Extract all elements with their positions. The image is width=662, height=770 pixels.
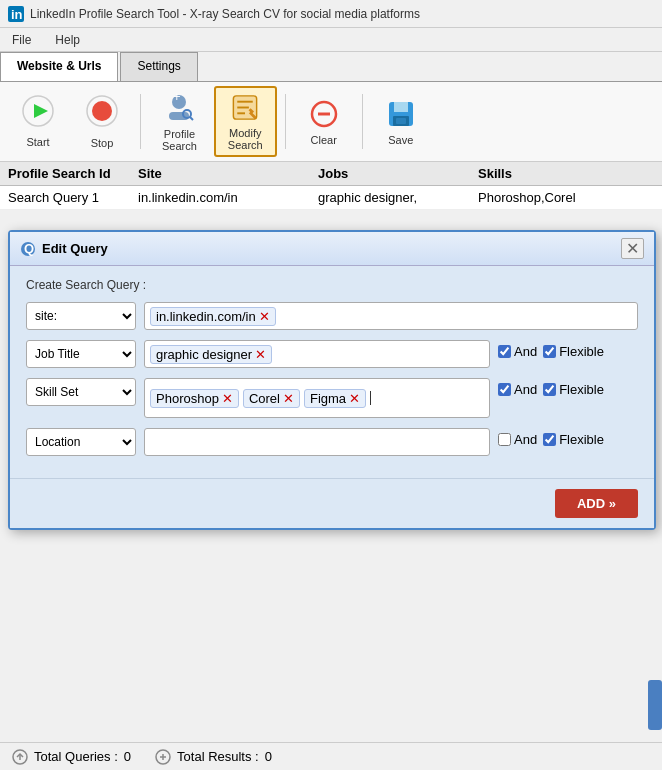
skillset-tag-phoroshop: Phoroshop ✕ bbox=[150, 389, 239, 408]
jobtitle-and-checkbox[interactable] bbox=[498, 345, 511, 358]
skillset-tag-figma-value: Figma bbox=[310, 391, 346, 406]
skillset-and-checkbox-label[interactable]: And bbox=[498, 382, 537, 397]
dialog-body: Create Search Query : site: in.linkedin.… bbox=[10, 266, 654, 478]
clear-label: Clear bbox=[311, 134, 337, 146]
skillset-tag-input[interactable]: Phoroshop ✕ Corel ✕ Figma ✕ bbox=[144, 378, 490, 418]
skillset-and-label: And bbox=[514, 382, 537, 397]
profile-search-button[interactable]: + ProfileSearch bbox=[149, 86, 210, 157]
modify-search-button[interactable]: ModifySearch bbox=[214, 86, 277, 157]
site-tag-value: in.linkedin.com/in bbox=[156, 309, 256, 324]
tab-website-urls[interactable]: Website & Urls bbox=[0, 52, 118, 81]
stop-icon bbox=[86, 95, 118, 133]
jobtitle-tag-input[interactable]: graphic designer ✕ bbox=[144, 340, 490, 368]
dialog-footer: ADD » bbox=[10, 478, 654, 528]
jobtitle-and-label: And bbox=[514, 344, 537, 359]
jobtitle-flexible-label: Flexible bbox=[559, 344, 604, 359]
col-skills: Skills bbox=[478, 166, 654, 181]
stop-label: Stop bbox=[91, 137, 114, 149]
location-options: And Flexible bbox=[498, 428, 638, 447]
toolbar-sep-1 bbox=[140, 94, 141, 149]
table-row[interactable]: Search Query 1 in.linkedin.com/in graphi… bbox=[0, 186, 662, 210]
jobtitle-type-select[interactable]: Job Title bbox=[26, 340, 136, 368]
stop-button[interactable]: Stop bbox=[72, 86, 132, 157]
modify-search-icon bbox=[229, 92, 261, 123]
location-and-label: And bbox=[514, 432, 537, 447]
profile-search-label: ProfileSearch bbox=[162, 128, 197, 152]
menu-file[interactable]: File bbox=[8, 31, 35, 49]
menu-bar: File Help bbox=[0, 28, 662, 52]
toolbar-sep-2 bbox=[285, 94, 286, 149]
toolbar-sep-3 bbox=[362, 94, 363, 149]
col-site: Site bbox=[138, 166, 318, 181]
query-row-jobtitle: Job Title graphic designer ✕ And Flexibl… bbox=[26, 340, 638, 368]
skillset-flexible-checkbox-label[interactable]: Flexible bbox=[543, 382, 604, 397]
save-label: Save bbox=[388, 134, 413, 146]
svg-marker-3 bbox=[34, 104, 48, 118]
skillset-type-select[interactable]: Skill Set bbox=[26, 378, 136, 406]
edit-query-dialog: Q Edit Query ✕ Create Search Query : sit… bbox=[8, 230, 656, 530]
svg-line-9 bbox=[190, 117, 193, 120]
total-queries-value: 0 bbox=[124, 749, 131, 764]
jobtitle-options: And Flexible bbox=[498, 340, 638, 359]
dialog-title-bar: Q Edit Query ✕ bbox=[10, 232, 654, 266]
clear-button[interactable]: Clear bbox=[294, 86, 354, 157]
app-icon: in bbox=[8, 6, 24, 22]
profile-search-icon: + bbox=[163, 92, 195, 124]
dialog-section-label: Create Search Query : bbox=[26, 278, 638, 292]
skillset-and-checkbox[interactable] bbox=[498, 383, 511, 396]
location-tag-input[interactable] bbox=[144, 428, 490, 456]
dialog-icon: Q bbox=[20, 241, 36, 257]
menu-help[interactable]: Help bbox=[51, 31, 84, 49]
start-button[interactable]: Start bbox=[8, 86, 68, 157]
location-flexible-label: Flexible bbox=[559, 432, 604, 447]
jobtitle-tag-graphic: graphic designer ✕ bbox=[150, 345, 272, 364]
total-results-value: 0 bbox=[265, 749, 272, 764]
site-tag-input[interactable]: in.linkedin.com/in ✕ bbox=[144, 302, 638, 330]
col-profile-id: Profile Search Id bbox=[8, 166, 138, 181]
total-queries-label: Total Queries : bbox=[34, 749, 118, 764]
results-icon bbox=[155, 749, 171, 765]
save-button[interactable]: Save bbox=[371, 86, 431, 157]
row-id: Search Query 1 bbox=[8, 190, 138, 205]
title-bar: in LinkedIn Profile Search Tool - X-ray … bbox=[0, 0, 662, 28]
location-and-checkbox[interactable] bbox=[498, 433, 511, 446]
svg-point-5 bbox=[92, 101, 112, 121]
table-header: Profile Search Id Site Jobs Skills bbox=[0, 162, 662, 186]
jobtitle-tag-value: graphic designer bbox=[156, 347, 252, 362]
site-type-select[interactable]: site: bbox=[26, 302, 136, 330]
tab-settings[interactable]: Settings bbox=[120, 52, 197, 81]
location-and-checkbox-label[interactable]: And bbox=[498, 432, 537, 447]
skillset-tag-figma: Figma ✕ bbox=[304, 389, 366, 408]
jobtitle-flexible-checkbox[interactable] bbox=[543, 345, 556, 358]
start-label: Start bbox=[26, 136, 49, 148]
jobtitle-tag-remove[interactable]: ✕ bbox=[255, 348, 266, 361]
col-jobs: Jobs bbox=[318, 166, 478, 181]
skillset-flexible-label: Flexible bbox=[559, 382, 604, 397]
row-skills: Phoroshop,Corel bbox=[478, 190, 654, 205]
add-button[interactable]: ADD » bbox=[555, 489, 638, 518]
svg-rect-20 bbox=[394, 102, 408, 112]
skillset-tag-phoroshop-remove[interactable]: ✕ bbox=[222, 392, 233, 405]
clear-icon bbox=[308, 98, 340, 130]
jobtitle-and-checkbox-label[interactable]: And bbox=[498, 344, 537, 359]
skillset-flexible-checkbox[interactable] bbox=[543, 383, 556, 396]
site-tag-remove[interactable]: ✕ bbox=[259, 310, 270, 323]
scroll-indicator[interactable] bbox=[648, 680, 662, 730]
location-flexible-checkbox-label[interactable]: Flexible bbox=[543, 432, 604, 447]
skillset-tag-figma-remove[interactable]: ✕ bbox=[349, 392, 360, 405]
skillset-options: And Flexible bbox=[498, 378, 638, 397]
toolbar: Start Stop + ProfileSearch bbox=[0, 82, 662, 162]
location-flexible-checkbox[interactable] bbox=[543, 433, 556, 446]
skillset-tag-corel-remove[interactable]: ✕ bbox=[283, 392, 294, 405]
tab-bar: Website & Urls Settings bbox=[0, 52, 662, 82]
location-type-select[interactable]: Location bbox=[26, 428, 136, 456]
svg-text:in: in bbox=[11, 7, 23, 22]
status-bar: Total Queries : 0 Total Results : 0 bbox=[0, 742, 662, 770]
jobtitle-flexible-checkbox-label[interactable]: Flexible bbox=[543, 344, 604, 359]
dialog-close-button[interactable]: ✕ bbox=[621, 238, 644, 259]
status-queries: Total Queries : 0 bbox=[12, 749, 131, 765]
save-icon bbox=[385, 98, 417, 130]
dialog-title: Q Edit Query bbox=[20, 241, 108, 257]
site-tag: in.linkedin.com/in ✕ bbox=[150, 307, 276, 326]
query-row-site: site: in.linkedin.com/in ✕ bbox=[26, 302, 638, 330]
